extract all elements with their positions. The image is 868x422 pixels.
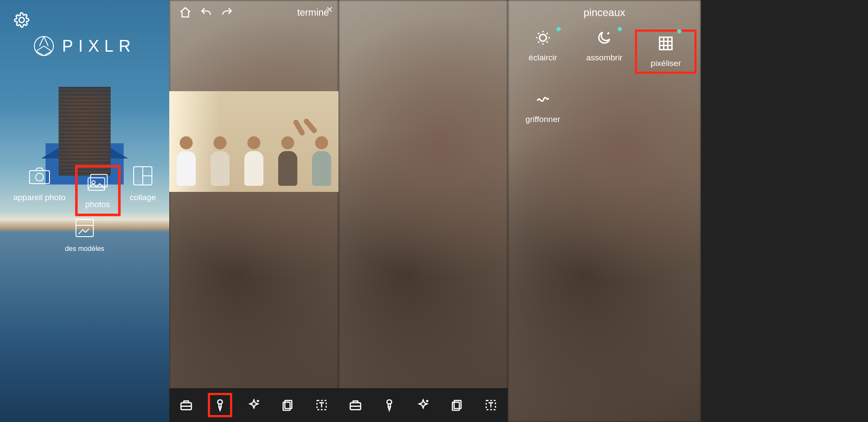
svg-rect-1 <box>30 171 49 184</box>
brush-item-lighten[interactable]: éclaircir <box>512 30 574 74</box>
home-item-label: appareil photo <box>13 193 66 202</box>
panel-title: pinceaux <box>583 7 625 19</box>
undo-button[interactable] <box>200 6 220 19</box>
editor-bottom-bar <box>339 388 508 422</box>
close-button[interactable]: ✕ <box>326 4 333 15</box>
layers-icon <box>450 398 464 412</box>
effects-button[interactable] <box>411 393 435 417</box>
home-templates-row: des modèles <box>0 217 169 253</box>
home-item-photos[interactable]: photos <box>75 165 121 216</box>
svg-point-19 <box>539 34 546 41</box>
squiggle-icon <box>535 91 551 108</box>
camera-icon <box>29 167 50 185</box>
sparkle-icon <box>416 398 430 412</box>
toolbox-icon <box>349 398 362 412</box>
brand-text: PIXLR <box>62 37 136 56</box>
redo-icon <box>220 6 233 19</box>
aperture-icon <box>33 36 54 56</box>
brush-item-label: assombrir <box>586 53 622 63</box>
tools-button[interactable] <box>174 393 198 417</box>
redo-button[interactable] <box>220 6 241 19</box>
layers-icon <box>281 398 295 412</box>
sun-icon <box>535 30 551 46</box>
new-dot-icon <box>556 27 561 31</box>
new-dot-icon <box>618 27 622 31</box>
brush-item-label: griffonner <box>526 115 560 124</box>
brush-button[interactable] <box>208 393 232 417</box>
photos-icon <box>87 173 108 192</box>
editor-photo[interactable] <box>169 91 339 192</box>
editor-bottom-bar <box>169 388 339 422</box>
overlays-button[interactable] <box>445 393 469 417</box>
home-item-camera[interactable]: appareil photo <box>13 165 66 216</box>
brush-menu-grid: éclaircir assombrir pixéliser griffonner <box>508 30 701 124</box>
home-item-label: photos <box>85 200 110 209</box>
moon-icon <box>596 30 612 46</box>
new-dot-icon <box>677 29 681 33</box>
brush-item-pixelate[interactable]: pixéliser <box>635 30 697 74</box>
editor-background <box>169 0 339 422</box>
text-icon <box>315 398 329 412</box>
screen-editor-behind <box>339 0 508 422</box>
undo-icon <box>200 6 213 19</box>
brush-icon <box>213 398 227 412</box>
gear-icon <box>14 12 30 28</box>
grid-icon <box>658 35 674 52</box>
brush-item-label: éclaircir <box>529 53 557 63</box>
home-icon <box>179 6 192 19</box>
home-item-templates[interactable]: des modèles <box>65 217 105 253</box>
toolbox-icon <box>179 398 193 412</box>
brush-button[interactable] <box>377 393 401 417</box>
text-button[interactable] <box>309 393 334 417</box>
tools-button[interactable] <box>343 393 368 417</box>
settings-button[interactable] <box>13 11 30 29</box>
screen-home: PIXLR appareil photo photos collage d <box>0 0 169 422</box>
editor-topbar: terminé <box>169 0 339 25</box>
svg-point-2 <box>36 173 43 181</box>
brush-item-label: pixéliser <box>651 59 681 68</box>
brand-logo: PIXLR <box>33 36 136 56</box>
screen-brush-menu: pinceaux éclaircir assombrir pixéliser g… <box>508 0 701 422</box>
home-source-grid: appareil photo photos collage <box>0 165 169 216</box>
sparkle-icon <box>247 398 261 412</box>
home-item-label: des modèles <box>65 245 105 253</box>
done-button[interactable]: terminé <box>297 7 329 18</box>
editor-background <box>339 0 508 422</box>
collage-icon <box>133 166 153 186</box>
brush-icon <box>382 398 396 412</box>
templates-icon <box>74 218 95 238</box>
screen-editor: terminé ✕ <box>169 0 339 422</box>
background-dock <box>59 87 111 176</box>
svg-rect-20 <box>660 37 672 50</box>
text-icon <box>484 398 498 412</box>
home-item-label: collage <box>130 193 156 202</box>
brush-item-darken[interactable]: assombrir <box>574 30 635 74</box>
home-button[interactable] <box>179 6 200 19</box>
effects-button[interactable] <box>242 393 266 417</box>
text-button[interactable] <box>479 393 503 417</box>
overlays-button[interactable] <box>276 393 300 417</box>
home-item-collage[interactable]: collage <box>130 165 156 216</box>
brush-item-doodle[interactable]: griffonner <box>512 91 574 124</box>
brush-menu-topbar: pinceaux <box>508 0 701 25</box>
